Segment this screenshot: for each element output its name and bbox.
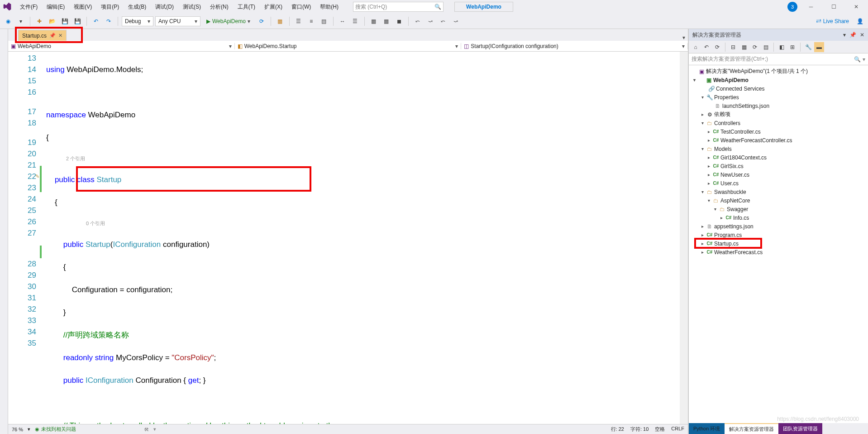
screwdriver-icon[interactable]: 🛠 xyxy=(144,427,149,432)
open-button[interactable]: 📂 xyxy=(47,16,57,27)
codelens-ref[interactable]: 0 个引用 xyxy=(46,219,688,227)
nav-back-button[interactable]: ◉ xyxy=(3,16,14,27)
close-button[interactable]: ✕ xyxy=(847,1,865,13)
tree-solution[interactable]: ▣解决方案"WebApiDemo"(1 个项目/共 1 个) xyxy=(689,67,868,76)
tree-girlsix[interactable]: ▸C#GirlSix.cs xyxy=(689,162,868,170)
collapse-icon[interactable]: ⊟ xyxy=(728,42,738,52)
tree-girl1804[interactable]: ▸C#Girl1804Context.cs xyxy=(689,153,868,162)
nav-namespace[interactable]: ◧ WebApiDemo.Startup▾ xyxy=(235,43,462,49)
live-share-button[interactable]: ⮂ Live Share xyxy=(812,18,853,24)
view-icon[interactable]: ⊞ xyxy=(787,42,797,52)
tree-test-ctrl[interactable]: ▸C#TestController.cs xyxy=(689,127,868,136)
menu-extensions[interactable]: 扩展(X) xyxy=(261,2,286,12)
nav-fwd-button[interactable]: ▾ xyxy=(15,16,26,27)
tb-icon-5[interactable]: ↔ xyxy=(337,16,348,27)
solution-search[interactable]: 搜索解决方案资源管理器(Ctrl+;) 🔍▾ xyxy=(689,53,868,65)
save-button[interactable]: 💾 xyxy=(59,16,70,27)
tree-startup[interactable]: ▸C#Startup.cs xyxy=(689,239,868,248)
preview-icon[interactable]: ◧ xyxy=(777,42,787,52)
tree-project[interactable]: ▾▣WebApiDemo xyxy=(689,76,868,84)
home-icon[interactable]: ⌂ xyxy=(691,42,701,52)
undo-button[interactable]: ↶ xyxy=(91,16,101,27)
menu-tools[interactable]: 工具(T) xyxy=(234,2,259,12)
tree-launch-settings[interactable]: 🗎launchSettings.json xyxy=(689,101,868,110)
menu-debug[interactable]: 调试(D) xyxy=(152,2,177,12)
tree-info[interactable]: ▸C#Info.cs xyxy=(689,213,868,222)
tree-deps[interactable]: ▸⚙依赖项 xyxy=(689,110,868,119)
tree-newuser[interactable]: ▸C#NewUser.cs xyxy=(689,170,868,179)
scrollbar-vertical[interactable] xyxy=(680,52,688,424)
tb-icon-7[interactable]: ▦ xyxy=(368,16,379,27)
tree-swashbuckle[interactable]: ▾🗀Swashbuckle xyxy=(689,188,868,196)
tb-icon-2[interactable]: ☰ xyxy=(293,16,304,27)
pin-icon[interactable]: 📌 xyxy=(849,32,856,38)
global-search[interactable]: 搜索 (Ctrl+Q) 🔍 xyxy=(353,2,444,12)
platform-combo[interactable]: Any CPU▾ xyxy=(155,16,200,26)
error-status[interactable]: ◉未找到相关问题 xyxy=(35,426,76,433)
close-icon[interactable]: ✕ xyxy=(58,33,62,39)
tree-swagger[interactable]: ▾🗀Swagger xyxy=(689,205,868,213)
minimize-button[interactable]: ─ xyxy=(802,1,820,13)
menu-file[interactable]: 文件(F) xyxy=(16,2,41,12)
menu-window[interactable]: 窗口(W) xyxy=(288,2,315,12)
tb-icon-11[interactable]: ⤺ xyxy=(438,16,448,27)
close-icon[interactable]: ✕ xyxy=(860,32,864,38)
tb-icon-4[interactable]: ▤ xyxy=(319,16,329,27)
tb-icon-8[interactable]: ▦ xyxy=(381,16,392,27)
tree-controllers[interactable]: ▾🗀Controllers xyxy=(689,119,868,127)
tb-icon-6[interactable]: ☰ xyxy=(350,16,361,27)
refresh-icon[interactable]: ⟳ xyxy=(750,42,760,52)
tree-wf-ctrl[interactable]: ▸C#WeatherForecastController.cs xyxy=(689,136,868,145)
tree-wf[interactable]: ▸C#WeatherForecast.cs xyxy=(689,248,868,256)
tree-user[interactable]: ▸C#User.cs xyxy=(689,179,868,188)
indent-mode[interactable]: 空格 xyxy=(655,426,665,433)
tab-team-explorer[interactable]: 团队资源管理器 xyxy=(778,423,822,434)
tb-icon-3[interactable]: ≡ xyxy=(306,16,317,27)
tab-startup-cs[interactable]: Startup.cs 📌 ✕ xyxy=(18,30,67,41)
tb-icon-10[interactable]: ⤻ xyxy=(425,16,436,27)
maximize-button[interactable]: ☐ xyxy=(825,1,843,13)
highlight-icon[interactable]: ▬ xyxy=(814,42,824,52)
redo-button[interactable]: ↷ xyxy=(103,16,114,27)
tree-connected[interactable]: 🔗Connected Services xyxy=(689,84,868,93)
tab-python-env[interactable]: Python 环境 xyxy=(689,423,725,434)
menu-test[interactable]: 测试(S) xyxy=(179,2,205,12)
tb-icon-9[interactable]: ⤺ xyxy=(412,16,423,27)
zoom-level[interactable]: 76 % xyxy=(12,427,23,432)
tree-models[interactable]: ▾🗀Models xyxy=(689,145,868,153)
pin-icon[interactable]: 📌 xyxy=(49,33,56,39)
tab-solution-explorer[interactable]: 解决方案资源管理器 xyxy=(725,423,778,434)
back-icon[interactable]: ↶ xyxy=(701,42,711,52)
config-combo[interactable]: Debug▾ xyxy=(122,16,153,26)
code-text[interactable]: using WebApiDemo.Models; namespace WebAp… xyxy=(46,52,688,424)
tree-program[interactable]: ▸C#Program.cs xyxy=(689,231,868,239)
menu-edit[interactable]: 编辑(E) xyxy=(43,2,68,12)
notification-badge[interactable]: 3 xyxy=(787,2,797,12)
show-all-icon[interactable]: ▦ xyxy=(739,42,749,52)
refresh-button[interactable]: ⟳ xyxy=(256,16,267,27)
code-editor[interactable]: 13141516171819202122✎2324252627 28293031… xyxy=(8,52,688,424)
codelens-ref[interactable]: 2 个引用 xyxy=(46,154,688,163)
props-icon[interactable]: ▤ xyxy=(761,42,771,52)
menu-build[interactable]: 生成(B) xyxy=(124,2,150,12)
tree-aspnetcore[interactable]: ▾🗀AspNetCore xyxy=(689,196,868,205)
menu-project[interactable]: 项目(P) xyxy=(97,2,123,12)
tab-overflow-button[interactable]: ▾ xyxy=(680,34,688,41)
menu-help[interactable]: 帮助(H) xyxy=(316,2,342,12)
nav-project[interactable]: ▣ WebApiDemo▾ xyxy=(8,43,235,49)
start-debug-button[interactable]: ▶ WebApiDemo ▾ xyxy=(202,16,254,27)
menu-view[interactable]: 视图(V) xyxy=(70,2,95,12)
solution-tree[interactable]: ▣解决方案"WebApiDemo"(1 个项目/共 1 个) ▾▣WebApiD… xyxy=(689,65,868,423)
wrench-icon[interactable]: 🔧 xyxy=(803,42,813,52)
new-item-button[interactable]: ✚ xyxy=(34,16,45,27)
account-icon[interactable]: 👤 xyxy=(854,16,865,27)
tb-icon-12[interactable]: ⤻ xyxy=(450,16,461,27)
save-all-button[interactable]: 💾 xyxy=(72,16,83,27)
tree-properties[interactable]: ▾🔧Properties xyxy=(689,93,868,101)
menu-analyze[interactable]: 分析(N) xyxy=(206,2,232,12)
line-ending[interactable]: CRLF xyxy=(671,426,684,433)
sync-icon[interactable]: ⟳ xyxy=(712,42,722,52)
panel-menu-icon[interactable]: ▾ xyxy=(843,32,846,38)
tree-appsettings[interactable]: ▸🗎appsettings.json xyxy=(689,222,868,231)
nav-member[interactable]: ◫ Startup(IConfiguration configuration)▾ xyxy=(461,43,688,49)
